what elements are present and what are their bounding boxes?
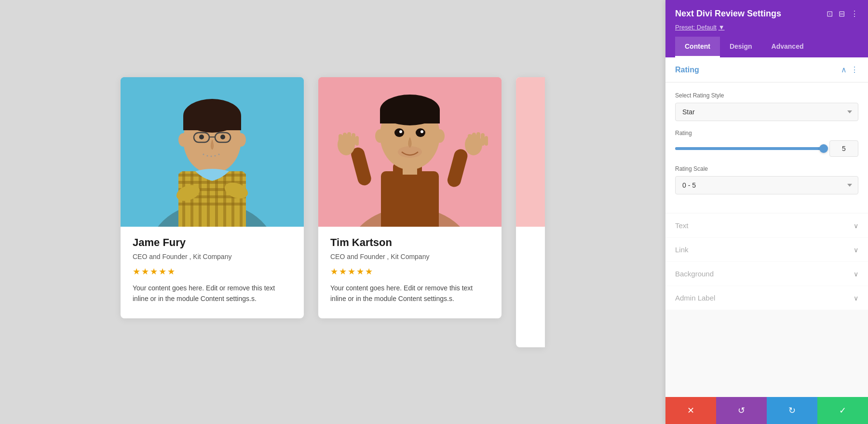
svg-point-56	[375, 129, 385, 143]
background-section-header[interactable]: Background ∨	[665, 262, 868, 286]
rating-section-content: Select Rating Style Star Rating Rating S…	[665, 82, 868, 213]
svg-rect-41	[339, 134, 342, 146]
svg-point-27	[203, 153, 204, 155]
slider-thumb[interactable]	[819, 144, 828, 153]
card-image-2	[318, 77, 502, 227]
card-job-title-2: CEO and Founder , Kit Company	[330, 253, 489, 260]
svg-point-57	[435, 129, 445, 143]
svg-rect-26	[200, 152, 224, 162]
svg-rect-15	[240, 171, 243, 227]
text-section-title: Text	[675, 221, 689, 230]
chevron-up-icon: ∧	[841, 65, 847, 74]
svg-rect-14	[231, 171, 234, 227]
panel-body: Rating ∧ ⋮ Select Rating Style Star Rati…	[665, 57, 868, 397]
more-icon[interactable]: ⋮	[851, 9, 858, 18]
columns-icon[interactable]: ⊟	[839, 9, 845, 18]
rating-section-title: Rating	[675, 66, 699, 74]
svg-point-32	[178, 133, 188, 147]
rating-section: Rating ∧ ⋮ Select Rating Style Star Rati…	[665, 57, 868, 213]
svg-rect-44	[352, 133, 355, 146]
chevron-down-icon-bg: ∨	[854, 270, 858, 278]
responsive-icon[interactable]: ⊡	[827, 9, 833, 18]
rating-scale-label: Rating Scale	[675, 165, 858, 172]
admin-label-section-title: Admin Label	[675, 294, 715, 302]
svg-rect-13	[223, 171, 226, 227]
preset-label[interactable]: Preset: Default ▼	[675, 24, 858, 31]
card-stars-2: ★★★★★	[330, 266, 489, 277]
panel-tabs: Content Design Advanced	[675, 37, 858, 57]
card-stars-1: ★★★★★	[133, 266, 292, 277]
svg-rect-55	[380, 110, 440, 123]
text-section-header[interactable]: Text ∨	[665, 214, 868, 237]
svg-point-28	[207, 155, 208, 156]
text-section: Text ∨	[665, 214, 868, 237]
section-icons: ∧ ⋮	[841, 65, 858, 74]
panel-title: Next Divi Review Settings	[675, 9, 781, 19]
svg-rect-43	[347, 132, 351, 146]
link-section-title: Link	[675, 246, 689, 254]
svg-point-61	[420, 130, 423, 133]
rating-scale-select[interactable]: 0 - 5	[675, 176, 858, 194]
link-section-header[interactable]: Link ∨	[665, 238, 868, 261]
more-options-icon[interactable]: ⋮	[851, 65, 858, 74]
svg-point-24	[199, 135, 204, 139]
background-section: Background ∨	[665, 262, 868, 286]
card-name-1: Jame Fury	[133, 236, 292, 249]
rating-value-input[interactable]	[829, 140, 858, 157]
svg-point-59	[416, 128, 425, 137]
review-card-2[interactable]: Tim Kartson CEO and Founder , Kit Compan…	[318, 77, 502, 319]
chevron-down-icon-text: ∨	[854, 222, 858, 230]
save-button[interactable]: ✓	[817, 397, 868, 424]
card-content-1: Jame Fury CEO and Founder , Kit Company …	[121, 227, 304, 304]
svg-rect-20	[183, 116, 241, 130]
panel-header-icons: ⊡ ⊟ ⋮	[827, 9, 858, 18]
svg-point-60	[399, 130, 402, 133]
canvas-area: Jame Fury CEO and Founder , Kit Company …	[0, 0, 665, 424]
rating-section-header[interactable]: Rating ∧ ⋮	[665, 57, 868, 82]
svg-point-62	[398, 146, 422, 158]
chevron-down-icon-admin: ∨	[854, 294, 858, 302]
slider-fill	[675, 147, 824, 150]
panel-footer: ✕ ↺ ↻ ✓	[665, 397, 868, 424]
svg-point-33	[236, 133, 246, 147]
admin-label-section: Admin Label ∨	[665, 286, 868, 310]
svg-point-25	[220, 135, 225, 139]
panel-header-top: Next Divi Review Settings ⊡ ⊟ ⋮	[675, 9, 858, 19]
card-name-2: Tim Kartson	[330, 236, 489, 249]
card-content-2: Tim Kartson CEO and Founder , Kit Compan…	[318, 227, 502, 304]
link-section: Link ∨	[665, 238, 868, 261]
undo-button[interactable]: ↺	[716, 397, 767, 424]
card-partial	[516, 77, 545, 347]
rating-slider-container	[675, 147, 824, 150]
svg-point-30	[215, 155, 216, 156]
admin-label-section-header[interactable]: Admin Label ∨	[665, 286, 868, 310]
card-image-1	[121, 77, 304, 227]
svg-rect-7	[178, 203, 246, 205]
tab-content[interactable]: Content	[675, 37, 720, 57]
review-card-1[interactable]: Jame Fury CEO and Founder , Kit Company …	[121, 77, 304, 319]
cancel-button[interactable]: ✕	[665, 397, 716, 424]
svg-rect-37	[381, 171, 439, 227]
rating-label: Rating	[675, 130, 858, 137]
svg-rect-63	[403, 164, 417, 175]
svg-rect-50	[476, 132, 480, 146]
card-text-2: Your content goes here. Edit or remove t…	[330, 283, 489, 304]
tab-design[interactable]: Design	[720, 37, 762, 57]
svg-rect-10	[199, 171, 202, 227]
rating-row	[675, 140, 858, 157]
rating-style-select[interactable]: Star	[675, 103, 858, 121]
svg-rect-42	[343, 133, 347, 146]
select-rating-label: Select Rating Style	[675, 92, 858, 99]
tab-advanced[interactable]: Advanced	[762, 37, 814, 57]
svg-rect-49	[472, 133, 476, 146]
svg-rect-48	[468, 134, 472, 146]
svg-point-29	[211, 155, 212, 157]
svg-rect-52	[485, 136, 488, 146]
cards-container: Jame Fury CEO and Founder , Kit Company …	[121, 77, 545, 347]
redo-button[interactable]: ↻	[767, 397, 817, 424]
chevron-down-icon-link: ∨	[854, 246, 858, 254]
card-text-1: Your content goes here. Edit or remove t…	[133, 283, 292, 304]
svg-point-31	[218, 153, 220, 155]
card-job-title-1: CEO and Founder , Kit Company	[133, 253, 292, 260]
svg-rect-51	[481, 133, 485, 146]
